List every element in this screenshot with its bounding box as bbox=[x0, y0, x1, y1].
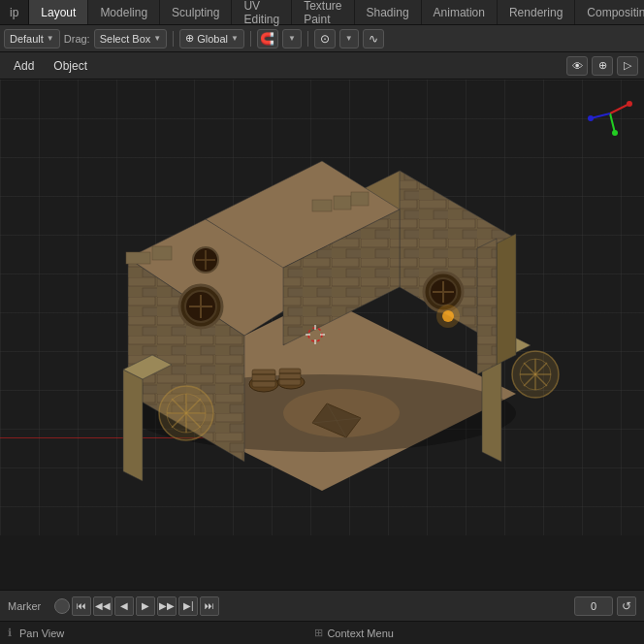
header-row: Add Object 👁 ⊕ ▷ bbox=[0, 52, 644, 80]
tab-sculpting[interactable]: Sculpting bbox=[160, 0, 232, 24]
snap-dropdown[interactable]: ▼ bbox=[282, 29, 302, 48]
viewport[interactable] bbox=[0, 80, 644, 535]
svg-rect-61 bbox=[334, 196, 351, 209]
tab-modeling[interactable]: Modeling bbox=[88, 0, 160, 24]
keyframe-dot[interactable] bbox=[54, 598, 70, 614]
frame-counter: ↺ bbox=[574, 596, 636, 616]
svg-rect-29 bbox=[279, 369, 301, 385]
proportional-dropdown[interactable]: ▼ bbox=[339, 29, 359, 48]
svg-point-74 bbox=[627, 101, 632, 107]
svg-line-72 bbox=[610, 113, 615, 133]
gizmo-btn[interactable]: ⊕ bbox=[592, 56, 613, 76]
svg-rect-59 bbox=[152, 246, 172, 260]
object-button[interactable]: Object bbox=[46, 55, 95, 77]
separator-2 bbox=[250, 31, 251, 47]
svg-marker-18 bbox=[123, 370, 143, 481]
statusbar: ℹ Pan View ⊞ Context Menu bbox=[0, 621, 644, 644]
global-label: ⊕ bbox=[185, 32, 194, 45]
tab-compositing[interactable]: Compositing bbox=[575, 0, 644, 24]
workspace-tabs: ip Layout Modeling Sculpting UV Editing … bbox=[0, 0, 644, 25]
axis-indicator bbox=[586, 89, 634, 138]
loop-icon: ↺ bbox=[622, 599, 631, 613]
svg-line-73 bbox=[591, 113, 610, 118]
snap-icon: 🧲 bbox=[260, 32, 274, 46]
separator-1 bbox=[173, 31, 174, 47]
jump-end-btn[interactable]: ⏭ bbox=[200, 596, 219, 616]
tab-uv-editing-label: UV Editing bbox=[243, 0, 279, 26]
playback-controls: ⏮ ◀◀ ◀ ▶ ▶▶ ▶| ⏭ bbox=[54, 596, 219, 616]
tab-sculpting-label: Sculpting bbox=[172, 6, 219, 19]
tab-layout[interactable]: Layout bbox=[29, 0, 88, 24]
gizmo-icon: ⊕ bbox=[598, 59, 607, 72]
drag-label: Drag: bbox=[64, 33, 90, 45]
tab-shading-label: Shading bbox=[367, 6, 409, 19]
snap-btn[interactable]: 🧲 bbox=[257, 29, 278, 48]
more-options-btn[interactable]: ▷ bbox=[617, 56, 638, 76]
transform-arrow-icon: ▼ bbox=[47, 34, 54, 43]
jump-start-btn[interactable]: ⏮ bbox=[72, 596, 91, 616]
statusbar-center: ⊞ Context Menu bbox=[314, 627, 393, 639]
tab-shading[interactable]: Shading bbox=[355, 0, 422, 24]
global-arrow-icon: ▼ bbox=[231, 34, 239, 43]
prev-keyframe-icon: ◀ bbox=[120, 600, 128, 611]
svg-point-75 bbox=[612, 130, 618, 136]
tab-animation-label: Animation bbox=[434, 6, 485, 19]
svg-marker-23 bbox=[477, 239, 497, 374]
tab-uv-editing[interactable]: UV Editing bbox=[232, 0, 292, 24]
select-box-dropdown[interactable]: Select Box ▼ bbox=[94, 29, 168, 48]
svg-marker-22 bbox=[497, 234, 516, 365]
transform-label: Default bbox=[10, 33, 44, 45]
tab-layout-label: Layout bbox=[41, 6, 76, 19]
pan-view-label: Pan View bbox=[19, 628, 64, 639]
tab-texture-paint[interactable]: Texture Paint bbox=[292, 0, 354, 24]
tab-texture-paint-label: Texture Paint bbox=[304, 0, 341, 26]
scene-container bbox=[41, 83, 603, 491]
tab-animation[interactable]: Animation bbox=[422, 0, 498, 24]
prev-keyframe-btn[interactable]: ◀ bbox=[114, 596, 134, 616]
global-dropdown[interactable]: ⊕ Global ▼ bbox=[179, 29, 244, 48]
camera-overlay-icon: 👁 bbox=[572, 60, 583, 72]
toolbar: Default ▼ Drag: Select Box ▼ ⊕ Global ▼ … bbox=[0, 25, 644, 52]
svg-rect-58 bbox=[126, 252, 150, 264]
transform-dropdown[interactable]: Default ▼ bbox=[4, 29, 60, 48]
ip-tab[interactable]: ip bbox=[0, 0, 29, 24]
play-btn[interactable]: ▶ bbox=[136, 596, 155, 616]
next-frame-icon: ▶| bbox=[183, 600, 194, 611]
marker-label: Marker bbox=[8, 600, 41, 612]
frame-input[interactable] bbox=[574, 596, 613, 616]
camera-overlay-btn[interactable]: 👁 bbox=[566, 56, 588, 76]
3d-cursor bbox=[306, 325, 325, 344]
svg-point-76 bbox=[588, 115, 594, 121]
curve-btn[interactable]: ∿ bbox=[363, 29, 384, 48]
svg-line-71 bbox=[610, 104, 629, 113]
context-menu-label: Context Menu bbox=[327, 628, 393, 639]
prev-frame-btn[interactable]: ◀◀ bbox=[93, 596, 113, 616]
loop-btn[interactable]: ↺ bbox=[617, 596, 636, 616]
next-frame-btn[interactable]: ▶| bbox=[178, 596, 198, 616]
svg-rect-25 bbox=[252, 370, 275, 387]
object-label: Object bbox=[53, 59, 87, 73]
curve-icon: ∿ bbox=[369, 32, 378, 46]
jump-start-icon: ⏮ bbox=[77, 600, 86, 611]
add-button[interactable]: Add bbox=[6, 55, 42, 77]
more-options-icon: ▷ bbox=[624, 59, 631, 72]
dungeon-scene bbox=[41, 83, 603, 491]
svg-rect-62 bbox=[351, 192, 369, 206]
tab-modeling-label: Modeling bbox=[100, 6, 147, 19]
svg-rect-60 bbox=[312, 200, 332, 211]
snap-arrow-icon: ▼ bbox=[288, 34, 296, 43]
proportional-btn[interactable]: ⊙ bbox=[314, 29, 336, 48]
next-keyframe-icon: ▶▶ bbox=[159, 600, 175, 611]
add-label: Add bbox=[14, 59, 34, 73]
jump-end-icon: ⏭ bbox=[205, 600, 214, 611]
proportional-icon: ⊙ bbox=[320, 32, 330, 46]
separator-3 bbox=[307, 31, 308, 47]
tab-compositing-label: Compositing bbox=[587, 6, 644, 19]
svg-point-53 bbox=[436, 305, 460, 328]
select-box-label: Select Box bbox=[100, 33, 151, 45]
context-icon: ⊞ bbox=[314, 627, 323, 639]
tab-rendering[interactable]: Rendering bbox=[498, 0, 575, 24]
proportional-arrow-icon: ▼ bbox=[345, 34, 353, 43]
svg-point-66 bbox=[308, 328, 322, 341]
next-keyframe-btn[interactable]: ▶▶ bbox=[157, 596, 177, 616]
